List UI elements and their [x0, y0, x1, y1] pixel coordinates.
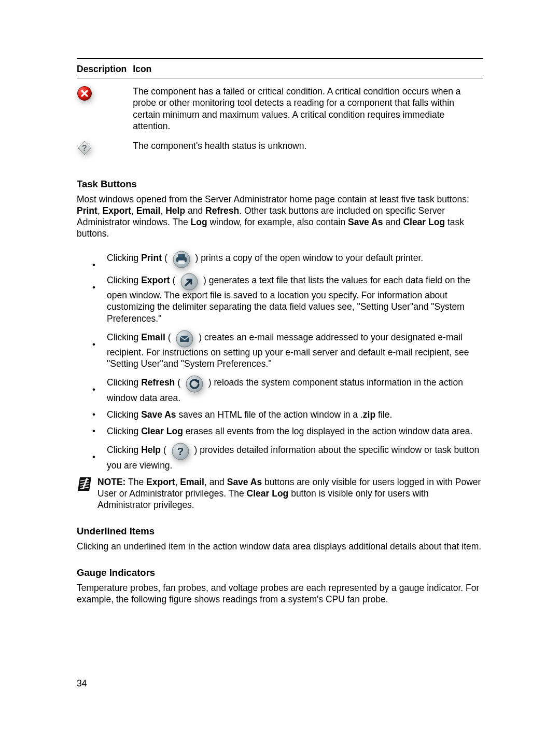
list-item: Clicking Export ( ) generates a text fil… [92, 272, 483, 324]
help-icon: ? [171, 442, 190, 463]
gauge-indicators-body: Temperature probes, fan probes, and volt… [77, 582, 483, 605]
svg-rect-6 [178, 260, 185, 264]
critical-status-icon [77, 86, 92, 104]
note-text: NOTE: The Export, Email, and Save As but… [97, 476, 483, 511]
list-item: Clicking Print ( ) prints a copy of the … [92, 250, 483, 267]
list-item: Clicking Save As saves an HTML file of t… [92, 409, 483, 420]
email-icon [175, 329, 194, 351]
gauge-indicators-heading: Gauge Indicators [77, 567, 483, 578]
task-buttons-heading: Task Buttons [77, 178, 483, 190]
underlined-items-body: Clicking an underlined item in the actio… [77, 541, 483, 552]
refresh-icon [185, 375, 204, 396]
table-row: The component has a failed or critical c… [77, 82, 483, 137]
list-item: Clicking Refresh ( ) reloads the system … [92, 375, 483, 403]
table-header-rule [77, 78, 483, 78]
col-icon: Icon [133, 63, 483, 77]
table-top-rule [77, 58, 483, 59]
list-item: Clicking Clear Log erases all events fro… [92, 425, 483, 437]
list-item: Clicking Email ( ) creates an e-mail mes… [92, 329, 483, 370]
page-number: 34 [77, 678, 87, 689]
export-icon [180, 272, 199, 294]
unknown-status-icon: ? [77, 140, 92, 158]
svg-point-10 [186, 376, 203, 392]
list-item: Clicking Help ( ? ) provides detailed in… [92, 442, 483, 471]
document-page: Description Icon [0, 0, 560, 744]
status-table: Description Icon [77, 63, 483, 163]
print-icon [172, 250, 191, 271]
svg-rect-4 [178, 254, 185, 258]
task-buttons-intro: Most windows opened from the Server Admi… [77, 194, 483, 240]
note-icon [78, 477, 91, 493]
note: NOTE: The Export, Email, and Save As but… [77, 476, 483, 511]
table-row: ? The component's health status is unkno… [77, 137, 483, 163]
table-header-row: Description Icon [77, 63, 483, 77]
svg-text:?: ? [82, 144, 87, 153]
underlined-items-heading: Underlined Items [77, 525, 483, 537]
critical-status-text: The component has a failed or critical c… [133, 82, 483, 137]
svg-text:?: ? [177, 445, 184, 457]
col-description: Description [77, 63, 133, 77]
unknown-status-text: The component's health status is unknown… [133, 137, 483, 163]
task-buttons-list: Clicking Print ( ) prints a copy of the … [77, 250, 483, 471]
svg-rect-9 [180, 336, 189, 342]
